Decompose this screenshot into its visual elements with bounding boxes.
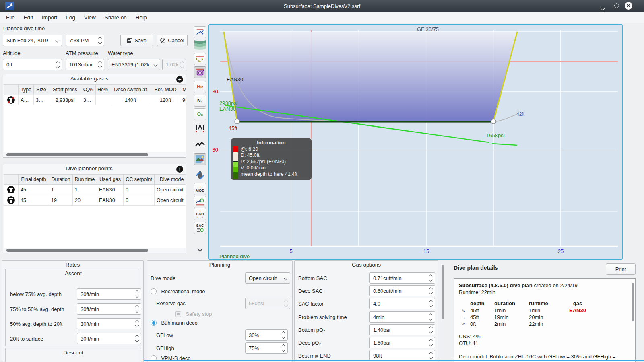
problem-solving-time-spinner[interactable]: 4min [369,311,435,323]
rate-label: 20ft to surface [10,336,43,342]
app-icon [5,2,14,10]
cancel-button[interactable]: Cancel [157,35,188,46]
menu-help[interactable]: Help [131,13,151,22]
menu-import[interactable]: Import [37,13,62,22]
reserve-gas-label: Reserve gas [156,300,186,306]
gases-hscrollbar[interactable] [6,153,148,156]
cylinder-pressure-colorbar [233,146,238,179]
ceiling-icon [196,55,204,64]
delete-point-button[interactable] [4,195,19,206]
menu-share-on[interactable]: Share on [100,13,131,22]
time-spinner[interactable]: 7:38 PM [66,35,104,46]
bottom-sac-spinner[interactable]: 0.71cuft/min [369,272,435,284]
toolbar-heartrate-button[interactable] [194,139,206,151]
chevron-down-icon[interactable] [53,39,62,42]
gfhigh-spinner[interactable]: 75% [245,342,288,354]
spinner-arrows-icon[interactable] [427,288,435,294]
spinner-arrows-icon[interactable] [279,332,287,338]
deco-sac-spinner[interactable]: 0.60cuft/min [369,285,435,296]
toolbar-he-button[interactable]: He [194,81,206,93]
toolbar-o2-button[interactable]: O₂ [194,108,206,120]
toolbar-waves-button[interactable] [194,39,206,51]
spinner-arrows-icon[interactable] [133,321,141,327]
deco-po2-spinner[interactable]: 1.60bar [369,337,435,348]
menu-file[interactable]: File [2,13,19,22]
spinner-arrows-icon[interactable] [133,291,141,297]
menu-edit[interactable]: Edit [19,13,37,22]
window-title: Subsurface: SampleDivesV2.ssrf [0,3,644,9]
waypoint-handle[interactable] [235,119,239,124]
gases-col-type: Type [19,85,34,95]
toolbar-runtime-button[interactable] [194,196,206,208]
plan-col-duration: duration [493,300,527,307]
waypoint-handle[interactable] [491,119,496,124]
save-icon [127,38,132,43]
plan-text-vscrollbar[interactable] [632,283,634,321]
save-button[interactable]: Save [120,35,153,46]
toolbar-n2-button[interactable]: N₂ [194,95,206,107]
gases-col-o2: O₂% [81,85,96,95]
maximize-button[interactable] [613,2,621,10]
spinner-arrows-icon[interactable] [54,62,62,68]
toolbar-delta-button[interactable] [194,122,206,134]
close-button[interactable] [625,2,632,10]
deco-sac-label: Deco SAC [298,288,323,294]
minimize-button[interactable] [601,4,609,12]
spinner-arrows-icon[interactable] [427,339,435,346]
print-button[interactable]: Print [606,263,636,275]
points-hscrollbar[interactable] [6,249,148,252]
radio-selected-icon [151,320,157,326]
tooltip-title: Information [233,140,309,146]
details-vscrollbar[interactable] [442,265,444,319]
menu-view[interactable]: View [80,13,100,22]
recreational-mode-radio[interactable]: Recreational mode [151,288,205,295]
water-type-combobox[interactable]: EN13319 (1.02k [108,59,160,70]
ascent-rate-spinner-4[interactable]: 30ft/min [77,333,141,344]
title-bar[interactable]: Subsurface: SampleDivesV2.ssrf [0,0,644,12]
spinner-arrows-icon[interactable] [427,352,435,359]
toolbar-gaschange-button[interactable] [194,169,206,181]
atm-pressure-spinner[interactable]: 1013mbar [66,59,104,70]
toolbar-sac-button[interactable]: SAC [194,222,206,234]
delete-gas-button[interactable] [4,95,19,105]
spinner-arrows-icon[interactable] [96,37,104,44]
dive-profile-chart[interactable]: GF 30/75 30 60 EAN30 2938psi EAN30 45ft … [208,24,623,260]
toolbar-photos-button[interactable] [194,153,206,165]
points-table: Final depth Duration Run time Used gas C… [4,174,186,206]
toolbar-mod-button[interactable]: + MOD [194,183,206,195]
dive-mode-combobox[interactable]: Open circuit [245,272,290,284]
ascent-rate-spinner-2[interactable]: 30ft/min [77,303,141,315]
buhlmann-deco-radio[interactable]: Bühlmann deco [151,319,198,326]
spinner-arrows-icon[interactable] [133,335,141,342]
spinner-arrows-icon[interactable] [96,62,104,68]
toolbar-scroll-down-button[interactable] [194,245,206,253]
photo-icon [195,155,205,164]
date-combobox[interactable]: Sun Feb 24, 2019 [3,35,62,46]
spinner-arrows-icon[interactable] [427,275,435,281]
toolbar-ceiling-button[interactable] [194,53,206,65]
ascent-rate-spinner-3[interactable]: 30ft/min [77,318,141,329]
spinner-arrows-icon[interactable] [427,314,435,320]
chevron-down-icon[interactable] [151,63,160,66]
menu-log[interactable]: Log [62,13,80,22]
spinner-arrows-icon[interactable] [427,327,435,333]
ascent-rate-spinner-1[interactable]: 30ft/min [77,288,141,300]
toolbar-ead-button[interactable]: + EAD (···) [194,208,206,220]
altitude-spinner[interactable]: 0ft [3,59,62,70]
toolbar-dive-mode-button[interactable] [194,26,206,38]
add-point-button[interactable] [176,166,183,173]
list-clock-icon [196,228,204,232]
spinner-arrows-icon[interactable] [427,300,435,307]
delete-point-button[interactable] [4,185,19,195]
add-gas-button[interactable] [176,76,183,83]
bottom-po2-spinner[interactable]: 1.40bar [369,324,435,335]
sac-factor-spinner[interactable]: 4.0 [369,298,435,309]
diver-icon [196,28,204,37]
spinner-arrows-icon[interactable] [133,306,141,312]
chevron-down-icon[interactable] [281,277,290,280]
toolbar-setpoint-button[interactable] [194,66,206,78]
gflow-spinner[interactable]: 30% [245,329,288,341]
dive-plan-text-box[interactable]: Subsurface (4.8.5.0) dive plan created o… [454,278,636,362]
spinner-arrows-icon[interactable] [279,345,287,351]
available-gases-panel: Available gases Type Size Start press O₂… [3,74,186,158]
